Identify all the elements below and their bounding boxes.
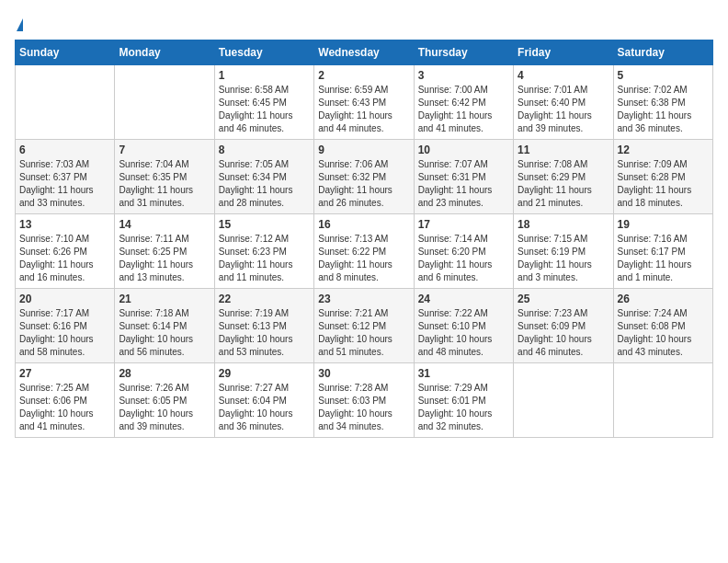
calendar-cell: 5Sunrise: 7:02 AM Sunset: 6:38 PM Daylig… [613,65,712,140]
day-info: Sunrise: 7:06 AM Sunset: 6:32 PM Dayligh… [318,158,409,210]
day-number: 20 [19,293,110,305]
day-number: 1 [219,69,310,82]
day-info: Sunrise: 7:28 AM Sunset: 6:03 PM Dayligh… [318,382,409,433]
day-info: Sunrise: 7:04 AM Sunset: 6:35 PM Dayligh… [119,158,210,210]
day-info: Sunrise: 7:11 AM Sunset: 6:25 PM Dayligh… [119,233,210,284]
day-info: Sunrise: 7:16 AM Sunset: 6:17 PM Dayligh… [618,233,709,284]
weekday-header-thursday: Thursday [414,40,513,65]
calendar-cell: 31Sunrise: 7:29 AM Sunset: 6:01 PM Dayli… [414,363,513,438]
calendar-cell: 3Sunrise: 7:00 AM Sunset: 6:42 PM Daylig… [414,65,513,140]
day-info: Sunrise: 7:10 AM Sunset: 6:26 PM Dayligh… [19,233,110,284]
day-number: 30 [318,367,409,380]
weekday-header-sunday: Sunday [16,40,115,65]
calendar-cell: 19Sunrise: 7:16 AM Sunset: 6:17 PM Dayli… [613,214,712,289]
calendar-cell: 18Sunrise: 7:15 AM Sunset: 6:19 PM Dayli… [514,214,613,289]
day-number: 3 [418,69,509,82]
calendar-header: SundayMondayTuesdayWednesdayThursdayFrid… [16,40,713,65]
day-info: Sunrise: 7:12 AM Sunset: 6:23 PM Dayligh… [219,233,310,284]
day-number: 12 [618,144,709,156]
day-number: 28 [119,367,210,380]
weekday-row: SundayMondayTuesdayWednesdayThursdayFrid… [16,40,713,65]
logo-top [15,15,23,32]
calendar-week-1: 1Sunrise: 6:58 AM Sunset: 6:45 PM Daylig… [16,65,713,140]
calendar-cell: 30Sunrise: 7:28 AM Sunset: 6:03 PM Dayli… [314,363,414,438]
calendar-cell: 16Sunrise: 7:13 AM Sunset: 6:22 PM Dayli… [314,214,414,289]
weekday-header-tuesday: Tuesday [214,40,313,65]
day-number: 31 [418,367,509,380]
calendar-week-5: 27Sunrise: 7:25 AM Sunset: 6:06 PM Dayli… [16,363,713,438]
calendar-cell: 7Sunrise: 7:04 AM Sunset: 6:35 PM Daylig… [115,140,214,214]
day-number: 5 [618,69,709,82]
calendar-week-2: 6Sunrise: 7:03 AM Sunset: 6:37 PM Daylig… [16,140,713,214]
calendar-cell [16,65,115,140]
day-number: 16 [318,218,409,231]
day-number: 13 [19,218,110,231]
day-info: Sunrise: 7:01 AM Sunset: 6:40 PM Dayligh… [518,84,609,135]
day-info: Sunrise: 7:29 AM Sunset: 6:01 PM Dayligh… [418,382,509,433]
header [15,15,713,32]
day-info: Sunrise: 7:13 AM Sunset: 6:22 PM Dayligh… [318,233,409,284]
calendar-cell: 22Sunrise: 7:19 AM Sunset: 6:13 PM Dayli… [214,289,313,363]
calendar-cell: 21Sunrise: 7:18 AM Sunset: 6:14 PM Dayli… [115,289,214,363]
calendar-table: SundayMondayTuesdayWednesdayThursdayFrid… [15,40,713,438]
calendar-cell: 28Sunrise: 7:26 AM Sunset: 6:05 PM Dayli… [115,363,214,438]
day-info: Sunrise: 7:19 AM Sunset: 6:13 PM Dayligh… [219,307,310,359]
day-info: Sunrise: 6:59 AM Sunset: 6:43 PM Dayligh… [318,84,409,135]
day-number: 26 [618,293,709,305]
weekday-header-monday: Monday [115,40,214,65]
day-info: Sunrise: 7:05 AM Sunset: 6:34 PM Dayligh… [219,158,310,210]
weekday-header-friday: Friday [514,40,613,65]
day-number: 29 [219,367,310,380]
day-info: Sunrise: 7:18 AM Sunset: 6:14 PM Dayligh… [119,307,210,359]
calendar-cell: 8Sunrise: 7:05 AM Sunset: 6:34 PM Daylig… [214,140,313,214]
day-info: Sunrise: 7:26 AM Sunset: 6:05 PM Dayligh… [119,382,210,433]
calendar-cell: 20Sunrise: 7:17 AM Sunset: 6:16 PM Dayli… [16,289,115,363]
calendar-cell: 25Sunrise: 7:23 AM Sunset: 6:09 PM Dayli… [514,289,613,363]
day-number: 19 [618,218,709,231]
calendar-cell [115,65,214,140]
calendar-cell: 6Sunrise: 7:03 AM Sunset: 6:37 PM Daylig… [16,140,115,214]
calendar-cell: 9Sunrise: 7:06 AM Sunset: 6:32 PM Daylig… [314,140,414,214]
day-number: 14 [119,218,210,231]
calendar-cell: 29Sunrise: 7:27 AM Sunset: 6:04 PM Dayli… [214,363,313,438]
day-info: Sunrise: 7:03 AM Sunset: 6:37 PM Dayligh… [19,158,110,210]
day-info: Sunrise: 7:09 AM Sunset: 6:28 PM Dayligh… [618,158,709,210]
day-info: Sunrise: 7:25 AM Sunset: 6:06 PM Dayligh… [19,382,110,433]
calendar-cell: 23Sunrise: 7:21 AM Sunset: 6:12 PM Dayli… [314,289,414,363]
calendar-cell: 15Sunrise: 7:12 AM Sunset: 6:23 PM Dayli… [214,214,313,289]
calendar-cell [514,363,613,438]
calendar-body: 1Sunrise: 6:58 AM Sunset: 6:45 PM Daylig… [16,65,713,438]
day-number: 6 [19,144,110,156]
day-info: Sunrise: 7:23 AM Sunset: 6:09 PM Dayligh… [518,307,609,359]
day-info: Sunrise: 6:58 AM Sunset: 6:45 PM Dayligh… [219,84,310,135]
calendar-cell: 26Sunrise: 7:24 AM Sunset: 6:08 PM Dayli… [613,289,712,363]
calendar-cell: 24Sunrise: 7:22 AM Sunset: 6:10 PM Dayli… [414,289,513,363]
calendar-cell: 12Sunrise: 7:09 AM Sunset: 6:28 PM Dayli… [613,140,712,214]
day-number: 10 [418,144,509,156]
calendar-cell: 4Sunrise: 7:01 AM Sunset: 6:40 PM Daylig… [514,65,613,140]
calendar-cell: 1Sunrise: 6:58 AM Sunset: 6:45 PM Daylig… [214,65,313,140]
logo [15,15,23,32]
calendar-cell: 17Sunrise: 7:14 AM Sunset: 6:20 PM Dayli… [414,214,513,289]
day-info: Sunrise: 7:27 AM Sunset: 6:04 PM Dayligh… [219,382,310,433]
day-number: 27 [19,367,110,380]
day-number: 25 [518,293,609,305]
day-info: Sunrise: 7:24 AM Sunset: 6:08 PM Dayligh… [618,307,709,359]
day-info: Sunrise: 7:14 AM Sunset: 6:20 PM Dayligh… [418,233,509,284]
day-info: Sunrise: 7:17 AM Sunset: 6:16 PM Dayligh… [19,307,110,359]
day-number: 17 [418,218,509,231]
day-number: 18 [518,218,609,231]
weekday-header-wednesday: Wednesday [314,40,414,65]
calendar-cell: 11Sunrise: 7:08 AM Sunset: 6:29 PM Dayli… [514,140,613,214]
day-number: 4 [518,69,609,82]
day-number: 22 [219,293,310,305]
day-number: 24 [418,293,509,305]
day-info: Sunrise: 7:22 AM Sunset: 6:10 PM Dayligh… [418,307,509,359]
day-info: Sunrise: 7:15 AM Sunset: 6:19 PM Dayligh… [518,233,609,284]
day-info: Sunrise: 7:00 AM Sunset: 6:42 PM Dayligh… [418,84,509,135]
calendar-cell: 27Sunrise: 7:25 AM Sunset: 6:06 PM Dayli… [16,363,115,438]
day-number: 7 [119,144,210,156]
day-number: 8 [219,144,310,156]
calendar-cell: 10Sunrise: 7:07 AM Sunset: 6:31 PM Dayli… [414,140,513,214]
calendar-cell: 14Sunrise: 7:11 AM Sunset: 6:25 PM Dayli… [115,214,214,289]
